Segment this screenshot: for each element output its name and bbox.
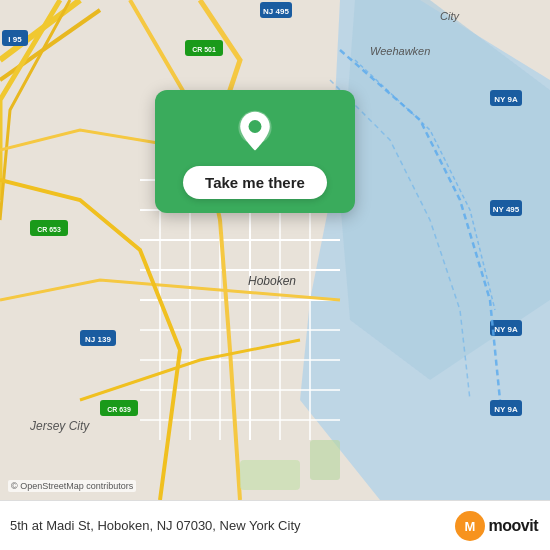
svg-text:NY 9A: NY 9A — [494, 405, 518, 414]
moovit-icon: M — [454, 510, 486, 542]
svg-text:CR 653: CR 653 — [37, 226, 61, 233]
svg-text:NJ 139: NJ 139 — [85, 335, 111, 344]
svg-text:NY 9A: NY 9A — [494, 325, 518, 334]
map-container: I 95 NJ 495 CR 501 NY 9A NY 495 NY 9A NY… — [0, 0, 550, 500]
moovit-wordmark: moovit — [489, 517, 538, 535]
address-text: 5th at Madi St, Hoboken, NJ 07030, New Y… — [10, 518, 454, 533]
svg-rect-41 — [310, 440, 340, 480]
bottom-bar: 5th at Madi St, Hoboken, NJ 07030, New Y… — [0, 500, 550, 550]
moovit-logo: M moovit — [454, 510, 538, 542]
svg-text:CR 639: CR 639 — [107, 406, 131, 413]
svg-text:Weehawken: Weehawken — [370, 45, 430, 57]
copyright-text: © OpenStreetMap contributors — [8, 480, 136, 492]
svg-text:Hoboken: Hoboken — [248, 274, 296, 288]
svg-text:I 95: I 95 — [8, 35, 22, 44]
svg-text:NY 495: NY 495 — [493, 205, 520, 214]
svg-text:Jersey City: Jersey City — [29, 419, 90, 433]
action-card: Take me there — [155, 90, 355, 213]
take-me-there-button[interactable]: Take me there — [183, 166, 327, 199]
svg-text:City: City — [440, 10, 460, 22]
svg-text:CR 501: CR 501 — [192, 46, 216, 53]
svg-text:M: M — [464, 519, 475, 534]
location-pin-icon — [231, 108, 279, 156]
svg-rect-40 — [240, 460, 300, 490]
svg-point-43 — [249, 120, 262, 133]
svg-text:NJ 495: NJ 495 — [263, 7, 289, 16]
svg-text:NY 9A: NY 9A — [494, 95, 518, 104]
